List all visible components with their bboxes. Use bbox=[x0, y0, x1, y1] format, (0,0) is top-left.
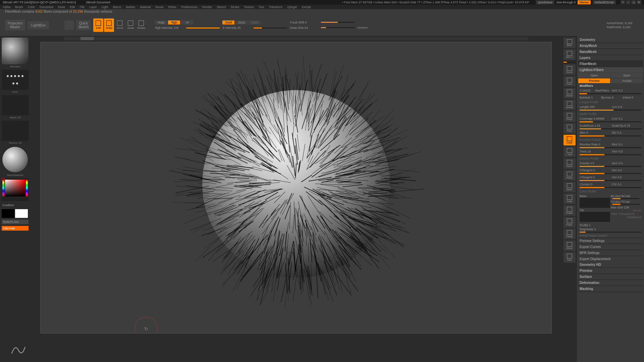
menu-stroke[interactable]: Stroke bbox=[230, 5, 239, 9]
menu-stencil[interactable]: Stencil bbox=[217, 5, 226, 9]
scale-tool[interactable]: Scale bbox=[125, 18, 136, 32]
polyf-button[interactable]: PolyF bbox=[564, 217, 576, 228]
lightbox-button[interactable]: LightBox bbox=[28, 21, 49, 29]
geometry-header[interactable]: Geometry bbox=[578, 37, 643, 43]
restore-icon[interactable]: ◻ bbox=[631, 0, 636, 4]
rotate-tool[interactable]: Rotate bbox=[136, 18, 146, 32]
dynamic-toggle[interactable]: Dynamic bbox=[357, 26, 368, 29]
segments-param[interactable]: Segments 3 bbox=[578, 227, 643, 231]
focal-shift-slider[interactable] bbox=[321, 22, 355, 23]
arraymesh-header[interactable]: ArrayMesh bbox=[578, 43, 643, 49]
menu-preferences[interactable]: Preferences bbox=[181, 5, 198, 9]
accept-button[interactable]: Accept bbox=[611, 78, 643, 83]
profile1-param[interactable]: Profile 1 bbox=[578, 223, 643, 227]
menu-light[interactable]: Light bbox=[102, 5, 108, 9]
primary-color-swatch[interactable] bbox=[15, 209, 28, 218]
texture-thumbnail[interactable] bbox=[2, 121, 29, 141]
menu-document[interactable]: Document bbox=[40, 5, 53, 9]
projection-master-button[interactable]: Projection Master bbox=[5, 20, 25, 31]
edit-tool[interactable]: Edit bbox=[93, 18, 103, 32]
menu-file[interactable]: File bbox=[80, 5, 85, 9]
secondary-color-swatch[interactable] bbox=[2, 209, 14, 218]
menu-render[interactable]: Render bbox=[202, 5, 212, 9]
menu-brush[interactable]: Brush bbox=[15, 5, 23, 9]
close-icon[interactable]: ✕ bbox=[637, 0, 641, 4]
zadd-button[interactable]: Zadd bbox=[222, 20, 234, 24]
tcolor-slider[interactable] bbox=[612, 204, 640, 205]
bcolor-param[interactable]: BColori BCVar bbox=[611, 194, 641, 198]
width-profile-header[interactable]: Width Profile bbox=[578, 112, 643, 116]
maxfibers-slider[interactable] bbox=[580, 93, 641, 94]
coverage-param[interactable]: Coverage 9.99999 bbox=[579, 117, 610, 121]
export-curves-header[interactable]: Export Curves bbox=[578, 244, 643, 250]
move-tool[interactable]: Move bbox=[115, 18, 125, 32]
spix3-button[interactable]: SPix 3 bbox=[564, 49, 576, 60]
twist-param[interactable]: Twist 18 bbox=[579, 149, 610, 154]
zsub-button[interactable]: Zsub bbox=[235, 20, 248, 24]
gravity-profile-header[interactable]: Gravity Profile bbox=[578, 156, 643, 161]
draw-size-slider[interactable] bbox=[321, 27, 355, 28]
see-through-slider[interactable]: See-through 0 bbox=[556, 1, 576, 4]
alternate-button[interactable]: Alternate bbox=[2, 226, 29, 231]
color-picker[interactable] bbox=[2, 178, 29, 201]
minimize-icon[interactable]: − bbox=[626, 0, 631, 4]
revolve-rate-param[interactable]: Revolve Rate 0 bbox=[579, 142, 610, 146]
menu-tool[interactable]: Tool bbox=[259, 5, 264, 9]
slim-param[interactable]: Slim 0 bbox=[579, 131, 610, 135]
scale-slider[interactable] bbox=[580, 128, 641, 129]
menu-draw[interactable]: Draw bbox=[58, 5, 65, 9]
length-profile-header[interactable]: Length Profile bbox=[578, 100, 643, 105]
twist-slider[interactable] bbox=[580, 154, 641, 155]
menu-transform[interactable]: Transform bbox=[269, 5, 282, 9]
mrgb-button[interactable]: Mrgb bbox=[155, 20, 167, 24]
switch-color-button[interactable]: SwitchColor bbox=[2, 220, 29, 224]
frame-button[interactable]: Frame bbox=[564, 170, 576, 181]
rgb-button[interactable]: Rgb bbox=[168, 20, 180, 24]
save-button[interactable]: Save bbox=[611, 73, 643, 78]
menu-layer[interactable]: Layer bbox=[89, 5, 97, 9]
menu-marker[interactable]: Marker bbox=[126, 5, 135, 9]
length-param[interactable]: Length 200 bbox=[579, 105, 610, 109]
nanomesh-header[interactable]: NanoMesh bbox=[578, 49, 643, 55]
rgb-intensity-slider[interactable] bbox=[186, 27, 220, 28]
menu-movie[interactable]: Movie bbox=[155, 5, 163, 9]
maxsize-param[interactable]: Max Size 128 bbox=[611, 206, 641, 209]
cov-param[interactable]: CoV 0.1 bbox=[611, 117, 642, 121]
alpha-thumbnail[interactable] bbox=[2, 95, 29, 115]
gravity-slider[interactable] bbox=[580, 166, 641, 167]
preview-settings-header[interactable]: Preview Settings bbox=[578, 238, 643, 244]
layers-header[interactable]: Layers bbox=[578, 55, 643, 61]
preview-button[interactable]: Preview bbox=[578, 78, 610, 83]
scroll-button[interactable]: Scroll bbox=[564, 64, 576, 75]
transparent-toggle[interactable]: Fiber Transparent bbox=[611, 212, 641, 216]
help-icon[interactable]: ? bbox=[621, 0, 625, 4]
vtv-param[interactable]: VtV 0.0 bbox=[611, 175, 642, 179]
coverage-slider[interactable] bbox=[580, 121, 641, 122]
stroke-thumbnail[interactable] bbox=[2, 70, 29, 90]
maxfibers-param[interactable]: 4.16123MaxFibers bbox=[579, 88, 610, 93]
length-slider[interactable] bbox=[580, 110, 641, 111]
byarea-param[interactable]: ByArea 0. bbox=[600, 96, 621, 100]
lightbox-fibers-button[interactable]: Lightbox>Fibers bbox=[578, 67, 643, 73]
persp-button[interactable]: Persp bbox=[564, 111, 576, 122]
deformation-header[interactable]: Deformation bbox=[578, 280, 643, 286]
revolve-slider[interactable] bbox=[580, 147, 641, 148]
lsym-button[interactable]: L.Sym bbox=[564, 146, 576, 157]
htangent-param[interactable]: HTangent 0 bbox=[579, 168, 610, 172]
clumps-param[interactable]: Clumps 0 bbox=[579, 182, 610, 186]
preview-header[interactable]: Preview bbox=[578, 268, 643, 274]
scaleroot-param[interactable]: ScaleRoot 1.25 bbox=[579, 124, 610, 128]
menu-texture[interactable]: Texture bbox=[244, 5, 254, 9]
export-displacement-header[interactable]: Export Displacement bbox=[578, 256, 643, 262]
tip-color[interactable] bbox=[580, 212, 610, 222]
menu-edit[interactable]: Edit bbox=[70, 5, 75, 9]
actual-button[interactable]: Actual bbox=[564, 88, 576, 99]
bcolor-slider[interactable] bbox=[612, 198, 640, 199]
quicksketch-icon[interactable] bbox=[64, 20, 74, 30]
default-zscript[interactable]: DefaultZScript bbox=[593, 0, 616, 4]
menu-macro[interactable]: Macro bbox=[113, 5, 121, 9]
draw-tool[interactable]: Draw bbox=[104, 18, 114, 32]
bpr-button[interactable]: BPR bbox=[564, 38, 576, 48]
menu-zplugin[interactable]: Zplugin bbox=[287, 5, 297, 9]
menu-material[interactable]: Material bbox=[140, 5, 151, 9]
